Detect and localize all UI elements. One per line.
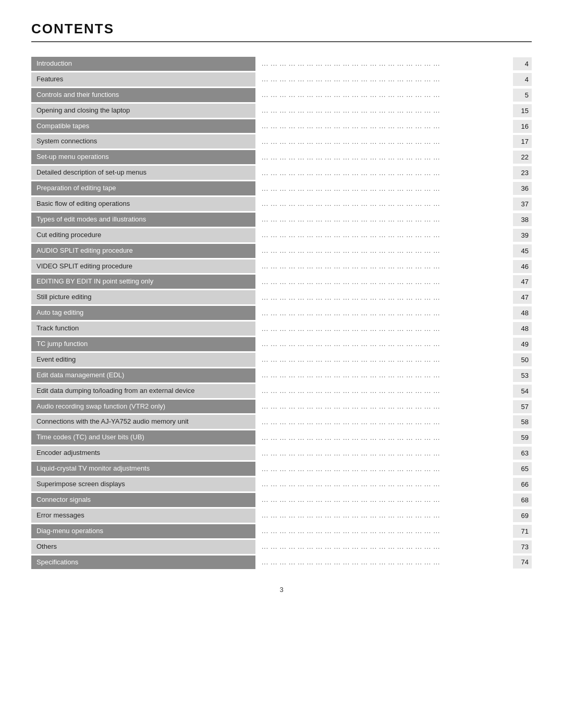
page-title: CONTENTS <box>31 21 532 37</box>
toc-row: Error messages... ... ... ... ... ... ..… <box>31 509 532 523</box>
toc-label: Auto tag editing <box>31 306 255 320</box>
toc-page-number: 47 <box>513 291 532 304</box>
toc-row: Track function... ... ... ... ... ... ..… <box>31 322 532 336</box>
toc-row: Opening and closing the laptop... ... ..… <box>31 104 532 118</box>
toc-label: Error messages <box>31 509 255 523</box>
toc-page-number: 15 <box>513 104 532 117</box>
toc-dots: ... ... ... ... ... ... ... ... ... ... … <box>255 291 513 304</box>
toc-row: Liquid-crystal TV monitor adjustments...… <box>31 462 532 476</box>
toc-page-number: 74 <box>513 556 532 569</box>
toc-dots: ... ... ... ... ... ... ... ... ... ... … <box>255 167 513 179</box>
page-number: 3 <box>31 586 532 594</box>
toc-label: TC jump function <box>31 337 255 351</box>
toc-dots: ... ... ... ... ... ... ... ... ... ... … <box>255 260 513 273</box>
toc-label: Connector signals <box>31 493 255 507</box>
toc-row: Event editing... ... ... ... ... ... ...… <box>31 353 532 367</box>
toc-dots: ... ... ... ... ... ... ... ... ... ... … <box>255 104 513 117</box>
toc-dots: ... ... ... ... ... ... ... ... ... ... … <box>255 89 513 101</box>
toc-label: Cut editing procedure <box>31 228 255 242</box>
toc-label: Superimpose screen displays <box>31 477 255 491</box>
toc-label: Liquid-crystal TV monitor adjustments <box>31 462 255 476</box>
toc-row: Encoder adjustments... ... ... ... ... .… <box>31 446 532 460</box>
toc-row: Controls and their functions... ... ... … <box>31 88 532 102</box>
toc-dots: ... ... ... ... ... ... ... ... ... ... … <box>255 525 513 537</box>
toc-page-number: 5 <box>513 89 532 102</box>
toc-row: Basic flow of editing operations... ... … <box>31 197 532 211</box>
toc-dots: ... ... ... ... ... ... ... ... ... ... … <box>255 213 513 226</box>
toc-page-number: 66 <box>513 478 532 491</box>
toc-dots: ... ... ... ... ... ... ... ... ... ... … <box>255 73 513 85</box>
toc-dots: ... ... ... ... ... ... ... ... ... ... … <box>255 307 513 319</box>
toc-dots: ... ... ... ... ... ... ... ... ... ... … <box>255 182 513 195</box>
toc-label: System connections <box>31 134 255 149</box>
toc-label: Time codes (TC) and User bits (UB) <box>31 430 255 445</box>
toc-row: Specifications... ... ... ... ... ... ..… <box>31 556 532 570</box>
toc-row: Audio recording swap function (VTR2 only… <box>31 400 532 414</box>
toc-label: Compatible tapes <box>31 119 255 133</box>
toc-row: Edit data dumping to/loading from an ext… <box>31 384 532 398</box>
toc-container: Introduction... ... ... ... ... ... ... … <box>31 57 532 569</box>
toc-page-number: 48 <box>513 306 532 319</box>
toc-label: Features <box>31 72 255 87</box>
toc-row: Cut editing procedure... ... ... ... ...… <box>31 228 532 242</box>
toc-row: EDITING BY EDIT IN point setting only...… <box>31 275 532 289</box>
toc-label: Still picture editing <box>31 290 255 304</box>
toc-dots: ... ... ... ... ... ... ... ... ... ... … <box>255 493 513 506</box>
toc-row: AUDIO SPLIT editing procedure... ... ...… <box>31 244 532 258</box>
toc-page-number: 54 <box>513 385 532 398</box>
toc-page-number: 71 <box>513 525 532 538</box>
toc-dots: ... ... ... ... ... ... ... ... ... ... … <box>255 416 513 428</box>
toc-row: Others... ... ... ... ... ... ... ... ..… <box>31 540 532 554</box>
toc-label: Types of edit modes and illustrations <box>31 213 255 227</box>
toc-page-number: 68 <box>513 493 532 507</box>
toc-row: Compatible tapes... ... ... ... ... ... … <box>31 119 532 133</box>
toc-dots: ... ... ... ... ... ... ... ... ... ... … <box>255 353 513 366</box>
toc-label: Encoder adjustments <box>31 446 255 460</box>
toc-dots: ... ... ... ... ... ... ... ... ... ... … <box>255 198 513 210</box>
toc-label: Basic flow of editing operations <box>31 197 255 211</box>
toc-row: Diag-menu operations... ... ... ... ... … <box>31 524 532 538</box>
toc-label: AUDIO SPLIT editing procedure <box>31 244 255 258</box>
toc-label: Detailed description of set-up menus <box>31 166 255 180</box>
toc-page-number: 4 <box>513 73 532 86</box>
toc-dots: ... ... ... ... ... ... ... ... ... ... … <box>255 244 513 257</box>
toc-label: VIDEO SPLIT editing procedure <box>31 260 255 274</box>
toc-dots: ... ... ... ... ... ... ... ... ... ... … <box>255 151 513 164</box>
toc-dots: ... ... ... ... ... ... ... ... ... ... … <box>255 276 513 288</box>
toc-dots: ... ... ... ... ... ... ... ... ... ... … <box>255 400 513 413</box>
toc-page-number: 57 <box>513 400 532 413</box>
toc-label: Event editing <box>31 353 255 367</box>
toc-page-number: 39 <box>513 229 532 242</box>
toc-label: Edit data management (EDL) <box>31 368 255 382</box>
toc-row: Superimpose screen displays... ... ... .… <box>31 477 532 491</box>
toc-row: Detailed description of set-up menus... … <box>31 166 532 180</box>
title-rule <box>31 41 532 42</box>
toc-dots: ... ... ... ... ... ... ... ... ... ... … <box>255 57 513 70</box>
toc-row: Preparation of editing tape... ... ... .… <box>31 181 532 195</box>
toc-page-number: 38 <box>513 213 532 226</box>
toc-page-number: 69 <box>513 509 532 522</box>
toc-label: Specifications <box>31 556 255 570</box>
toc-row: Connector signals... ... ... ... ... ...… <box>31 493 532 507</box>
toc-page-number: 65 <box>513 462 532 475</box>
toc-dots: ... ... ... ... ... ... ... ... ... ... … <box>255 385 513 397</box>
toc-row: TC jump function... ... ... ... ... ... … <box>31 337 532 351</box>
toc-label: Opening and closing the laptop <box>31 104 255 118</box>
toc-page-number: 36 <box>513 182 532 195</box>
toc-dots: ... ... ... ... ... ... ... ... ... ... … <box>255 431 513 444</box>
toc-dots: ... ... ... ... ... ... ... ... ... ... … <box>255 323 513 335</box>
toc-label: Others <box>31 540 255 554</box>
toc-dots: ... ... ... ... ... ... ... ... ... ... … <box>255 509 513 522</box>
toc-page-number: 37 <box>513 198 532 211</box>
toc-page-number: 73 <box>513 540 532 553</box>
toc-row: Introduction... ... ... ... ... ... ... … <box>31 57 532 71</box>
toc-page-number: 22 <box>513 151 532 164</box>
toc-row: Features... ... ... ... ... ... ... ... … <box>31 72 532 87</box>
toc-page-number: 45 <box>513 244 532 257</box>
toc-dots: ... ... ... ... ... ... ... ... ... ... … <box>255 369 513 381</box>
toc-dots: ... ... ... ... ... ... ... ... ... ... … <box>255 478 513 490</box>
toc-label: Track function <box>31 322 255 336</box>
toc-page-number: 46 <box>513 260 532 273</box>
toc-dots: ... ... ... ... ... ... ... ... ... ... … <box>255 120 513 132</box>
toc-label: Audio recording swap function (VTR2 only… <box>31 400 255 414</box>
